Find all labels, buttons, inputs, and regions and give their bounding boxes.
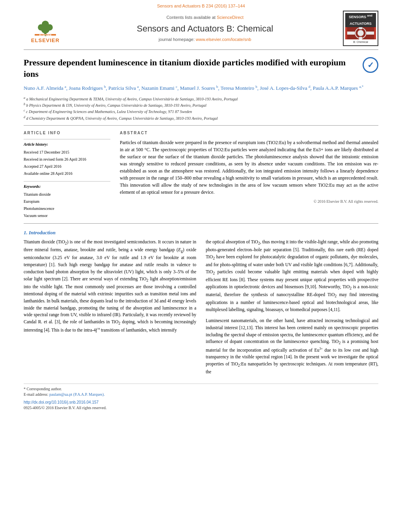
keyword-4: Vacuum sensor [24,212,110,219]
journal-title-block: Contents lists available at ScienceDirec… [67,15,343,43]
keywords-label: Keywords: [24,184,110,189]
journal-homepage: journal homepage: www.elsevier.com/locat… [67,37,343,43]
keywords-list: Titanium dioxide Europium Photoluminesce… [24,191,110,219]
article-title: Pressure dependent luminescence in titan… [24,57,355,80]
doi-link[interactable]: http://dx.doi.org/10.1016/j.snb.2016.04.… [24,400,99,404]
elsevier-tree-icon: ELSEVIER [34,19,57,36]
footnote-section: * Corresponding author. E-mail address: … [24,384,378,411]
issn-line: 0925-4005/© 2016 Elsevier B.V. All right… [24,405,378,411]
svg-rect-11 [359,27,362,30]
article-info-column: ARTICLE INFO Article history: Received 1… [24,130,110,219]
intro-right-text: the optical absorption of TiO2, thus mov… [206,239,378,313]
sensors-logo-image [345,27,376,39]
intro-left-col: Titanium dioxide (TiO2) is one of the mo… [24,239,196,376]
keyword-2: Europium [24,198,110,205]
info-abstract-section: ARTICLE INFO Article history: Received 1… [24,130,378,219]
email-label: E-mail address: [24,392,48,397]
corresponding-author-note: * Corresponding author. [24,386,378,392]
sensors-logo-actuators-text: ACTUATORS [345,20,376,27]
elsevier-logo: ELSEVIER ELSEVIER [24,13,67,44]
sensors-logo-graphic [345,27,376,39]
svg-rect-14 [367,32,374,35]
article-info-divider [24,139,110,139]
intro-section-title: Introduction [29,230,56,235]
journal-header: ELSEVIER ELSEVIER Contents lists availab… [24,11,378,50]
revised-date: Received in revised form 26 April 2016 [24,156,110,163]
copyright-notice: © 2016 Elsevier B.V. All rights reserved… [120,199,378,204]
elsevier-text: ELSEVIER [31,37,60,44]
email-link[interactable]: paulam@ua.pt (P.A.A.P. Marques). [49,392,105,397]
intro-body-section: Titanium dioxide (TiO2) is one of the mo… [24,239,378,376]
sensors-actuators-logo: SENSORS and ACTUATORS B: Chemical [343,11,378,46]
email-note: E-mail address: paulam@ua.pt (P.A.A.P. M… [24,392,378,397]
journal-title: Sensors and Actuators B: Chemical [67,23,343,35]
contents-list-text: Contents lists available at ScienceDirec… [67,15,343,20]
svg-point-10 [357,30,364,36]
body-divider [24,223,378,224]
article-reference: Sensors and Actuators B 234 (2016) 137–1… [24,0,378,11]
sensors-logo-top-text: SENSORS and [345,13,376,20]
article-title-section: Pressure dependent luminescence in titan… [24,57,378,80]
intro-right-col: the optical absorption of TiO2, thus mov… [206,239,378,376]
section-divider [24,125,378,126]
sensors-logo-bottom-text: B: Chemical [353,40,368,44]
sciencedirect-link[interactable]: ScienceDirect [217,15,244,20]
issn-text: 0925-4005/© 2016 Elsevier B.V. All right… [24,406,106,410]
abstract-column: ABSTRACT Particles of titanium dioxide w… [120,130,378,219]
affiliation-a: a a Mechanical Engineering Department & … [24,96,378,102]
homepage-label: journal homepage: [159,37,195,42]
online-date: Available online 28 April 2016 [24,170,110,177]
crossmark-icon[interactable]: ✓ [363,57,378,73]
affiliation-c: c c Department of Engineering Sciences a… [24,108,378,115]
affiliation-d: d d Chemistry Department & QOPNA, Univer… [24,115,378,121]
article-history-label: Article history: [24,142,110,147]
homepage-url[interactable]: www.elsevier.com/locate/snb [196,37,251,42]
received-date: Received 17 December 2015 [24,149,110,156]
svg-point-4 [42,21,49,28]
contents-list-label: Contents lists available at [166,15,216,20]
intro-left-text: Titanium dioxide (TiO2) is one of the mo… [24,239,196,334]
article-dates: Received 17 December 2015 Received in re… [24,149,110,177]
keywords-divider [24,181,110,182]
affiliations-list: a a Mechanical Engineering Department & … [24,96,378,121]
affiliation-b: b b Physics Department & I3N, University… [24,102,378,108]
article-ref-text: Sensors and Actuators B 234 (2016) 137–1… [157,4,245,8]
keyword-1: Titanium dioxide [24,191,110,198]
svg-rect-13 [347,32,355,35]
doi-line: http://dx.doi.org/10.1016/j.snb.2016.04.… [24,400,378,405]
abstract-text: Particles of titanium dioxide were prepa… [120,139,378,196]
intro-heading: 1. Introduction [24,229,378,236]
svg-text:ELSEVIER: ELSEVIER [39,34,52,36]
authors-list: Nuno A.F. Almeida a, Joana Rodrigues b, … [24,84,378,93]
svg-rect-12 [359,37,362,39]
abstract-section-label: ABSTRACT [120,130,378,136]
elsevier-logo-image: ELSEVIER [28,13,63,36]
keyword-3: Photoluminescence [24,205,110,212]
corresponding-author-label: * Corresponding author. [24,387,62,391]
article-info-section-label: ARTICLE INFO [24,130,110,136]
accepted-date: Accepted 27 April 2016 [24,163,110,170]
intro-section-number: 1. [24,230,28,235]
intro-right-text-2: Luminescent nanomaterials, on the other … [206,317,378,376]
